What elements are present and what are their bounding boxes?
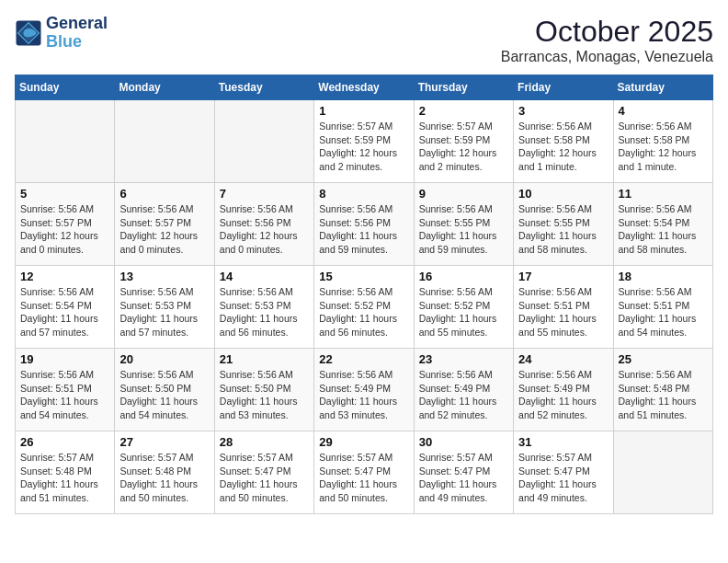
- calendar-cell: 27Sunrise: 5:57 AM Sunset: 5:48 PM Dayli…: [115, 431, 214, 514]
- week-row-4: 19Sunrise: 5:56 AM Sunset: 5:51 PM Dayli…: [16, 349, 713, 431]
- week-row-1: 1Sunrise: 5:57 AM Sunset: 5:59 PM Daylig…: [16, 100, 713, 183]
- calendar-cell: [115, 100, 214, 183]
- day-info: Sunrise: 5:56 AM Sunset: 5:49 PM Dayligh…: [419, 368, 508, 422]
- day-info: Sunrise: 5:56 AM Sunset: 5:53 PM Dayligh…: [119, 285, 209, 339]
- day-number: 18: [619, 270, 708, 283]
- day-number: 17: [518, 270, 608, 283]
- day-number: 6: [119, 187, 209, 201]
- day-info: Sunrise: 5:57 AM Sunset: 5:59 PM Dayligh…: [319, 120, 408, 174]
- day-info: Sunrise: 5:56 AM Sunset: 5:56 PM Dayligh…: [220, 202, 309, 257]
- page-header: GeneralBlue October 2025 Barrancas, Mona…: [15, 15, 713, 65]
- day-info: Sunrise: 5:57 AM Sunset: 5:59 PM Dayligh…: [419, 120, 508, 174]
- day-info: Sunrise: 5:57 AM Sunset: 5:47 PM Dayligh…: [220, 451, 309, 505]
- day-info: Sunrise: 5:56 AM Sunset: 5:52 PM Dayligh…: [419, 285, 508, 339]
- day-number: 14: [220, 270, 309, 283]
- day-number: 4: [619, 104, 708, 118]
- day-number: 3: [518, 104, 608, 118]
- title-area: October 2025 Barrancas, Monagas, Venezue…: [501, 15, 713, 65]
- day-info: Sunrise: 5:56 AM Sunset: 5:53 PM Dayligh…: [220, 285, 309, 339]
- calendar-cell: 22Sunrise: 5:56 AM Sunset: 5:49 PM Dayli…: [314, 349, 414, 431]
- calendar-cell: 6Sunrise: 5:56 AM Sunset: 5:57 PM Daylig…: [115, 183, 214, 266]
- day-number: 21: [220, 352, 309, 366]
- week-row-3: 12Sunrise: 5:56 AM Sunset: 5:54 PM Dayli…: [16, 266, 713, 349]
- day-number: 31: [518, 435, 608, 449]
- day-number: 22: [319, 352, 408, 366]
- day-info: Sunrise: 5:56 AM Sunset: 5:55 PM Dayligh…: [419, 202, 508, 257]
- calendar-cell: [16, 100, 115, 183]
- weekday-header-saturday: Saturday: [613, 75, 712, 100]
- day-info: Sunrise: 5:56 AM Sunset: 5:50 PM Dayligh…: [220, 368, 309, 422]
- calendar-cell: 2Sunrise: 5:57 AM Sunset: 5:59 PM Daylig…: [414, 100, 513, 183]
- day-info: Sunrise: 5:56 AM Sunset: 5:50 PM Dayligh…: [119, 368, 209, 422]
- day-number: 1: [319, 104, 408, 118]
- day-number: 13: [119, 270, 209, 283]
- day-number: 12: [20, 270, 109, 283]
- day-info: Sunrise: 5:56 AM Sunset: 5:58 PM Dayligh…: [518, 120, 608, 174]
- day-number: 23: [419, 352, 508, 366]
- day-info: Sunrise: 5:56 AM Sunset: 5:54 PM Dayligh…: [619, 202, 708, 257]
- weekday-header-row: SundayMondayTuesdayWednesdayThursdayFrid…: [16, 75, 713, 100]
- day-number: 16: [419, 270, 508, 283]
- calendar-cell: 11Sunrise: 5:56 AM Sunset: 5:54 PM Dayli…: [613, 183, 712, 266]
- day-info: Sunrise: 5:57 AM Sunset: 5:48 PM Dayligh…: [119, 451, 209, 505]
- calendar-cell: 29Sunrise: 5:57 AM Sunset: 5:47 PM Dayli…: [314, 431, 414, 514]
- calendar-cell: 7Sunrise: 5:56 AM Sunset: 5:56 PM Daylig…: [214, 183, 313, 266]
- calendar-cell: 24Sunrise: 5:56 AM Sunset: 5:49 PM Dayli…: [514, 349, 613, 431]
- calendar-cell: 13Sunrise: 5:56 AM Sunset: 5:53 PM Dayli…: [115, 266, 214, 349]
- calendar-cell: 31Sunrise: 5:57 AM Sunset: 5:47 PM Dayli…: [514, 431, 613, 514]
- day-number: 9: [419, 187, 508, 201]
- day-info: Sunrise: 5:57 AM Sunset: 5:47 PM Dayligh…: [319, 451, 408, 505]
- weekday-header-sunday: Sunday: [16, 75, 115, 100]
- calendar-cell: 18Sunrise: 5:56 AM Sunset: 5:51 PM Dayli…: [613, 266, 712, 349]
- day-number: 15: [319, 270, 408, 283]
- calendar-cell: 30Sunrise: 5:57 AM Sunset: 5:47 PM Dayli…: [414, 431, 513, 514]
- day-number: 5: [20, 187, 109, 201]
- week-row-2: 5Sunrise: 5:56 AM Sunset: 5:57 PM Daylig…: [16, 183, 713, 266]
- calendar-cell: 17Sunrise: 5:56 AM Sunset: 5:51 PM Dayli…: [514, 266, 613, 349]
- day-info: Sunrise: 5:56 AM Sunset: 5:58 PM Dayligh…: [619, 120, 708, 174]
- day-number: 7: [220, 187, 309, 201]
- weekday-header-thursday: Thursday: [414, 75, 513, 100]
- day-number: 26: [20, 435, 109, 449]
- calendar-cell: 25Sunrise: 5:56 AM Sunset: 5:48 PM Dayli…: [613, 349, 712, 431]
- day-number: 25: [619, 352, 708, 366]
- calendar-cell: 1Sunrise: 5:57 AM Sunset: 5:59 PM Daylig…: [314, 100, 414, 183]
- day-info: Sunrise: 5:57 AM Sunset: 5:48 PM Dayligh…: [20, 451, 109, 505]
- weekday-header-friday: Friday: [514, 75, 613, 100]
- day-info: Sunrise: 5:57 AM Sunset: 5:47 PM Dayligh…: [419, 451, 508, 505]
- weekday-header-monday: Monday: [115, 75, 214, 100]
- calendar-cell: 14Sunrise: 5:56 AM Sunset: 5:53 PM Dayli…: [214, 266, 313, 349]
- location-subtitle: Barrancas, Monagas, Venezuela: [501, 49, 713, 65]
- day-info: Sunrise: 5:56 AM Sunset: 5:51 PM Dayligh…: [20, 368, 109, 422]
- day-info: Sunrise: 5:56 AM Sunset: 5:51 PM Dayligh…: [619, 285, 708, 339]
- logo: GeneralBlue: [15, 15, 108, 52]
- month-title: October 2025: [501, 15, 713, 49]
- weekday-header-wednesday: Wednesday: [314, 75, 414, 100]
- weekday-header-tuesday: Tuesday: [214, 75, 313, 100]
- day-number: 30: [419, 435, 508, 449]
- day-number: 8: [319, 187, 408, 201]
- day-number: 2: [419, 104, 508, 118]
- calendar-cell: 3Sunrise: 5:56 AM Sunset: 5:58 PM Daylig…: [514, 100, 613, 183]
- day-number: 19: [20, 352, 109, 366]
- day-number: 20: [119, 352, 209, 366]
- calendar-cell: [214, 100, 313, 183]
- day-info: Sunrise: 5:56 AM Sunset: 5:55 PM Dayligh…: [518, 202, 608, 257]
- day-number: 28: [220, 435, 309, 449]
- day-info: Sunrise: 5:56 AM Sunset: 5:51 PM Dayligh…: [518, 285, 608, 339]
- day-info: Sunrise: 5:57 AM Sunset: 5:47 PM Dayligh…: [518, 451, 608, 505]
- day-number: 27: [119, 435, 209, 449]
- calendar-cell: 12Sunrise: 5:56 AM Sunset: 5:54 PM Dayli…: [16, 266, 115, 349]
- calendar-cell: 19Sunrise: 5:56 AM Sunset: 5:51 PM Dayli…: [16, 349, 115, 431]
- day-number: 10: [518, 187, 608, 201]
- day-info: Sunrise: 5:56 AM Sunset: 5:56 PM Dayligh…: [319, 202, 408, 257]
- logo-text: GeneralBlue: [46, 15, 108, 52]
- calendar-table: SundayMondayTuesdayWednesdayThursdayFrid…: [15, 75, 713, 514]
- calendar-cell: 21Sunrise: 5:56 AM Sunset: 5:50 PM Dayli…: [214, 349, 313, 431]
- day-info: Sunrise: 5:56 AM Sunset: 5:49 PM Dayligh…: [518, 368, 608, 422]
- day-number: 24: [518, 352, 608, 366]
- day-info: Sunrise: 5:56 AM Sunset: 5:48 PM Dayligh…: [619, 368, 708, 422]
- calendar-cell: 4Sunrise: 5:56 AM Sunset: 5:58 PM Daylig…: [613, 100, 712, 183]
- calendar-cell: 5Sunrise: 5:56 AM Sunset: 5:57 PM Daylig…: [16, 183, 115, 266]
- day-info: Sunrise: 5:56 AM Sunset: 5:52 PM Dayligh…: [319, 285, 408, 339]
